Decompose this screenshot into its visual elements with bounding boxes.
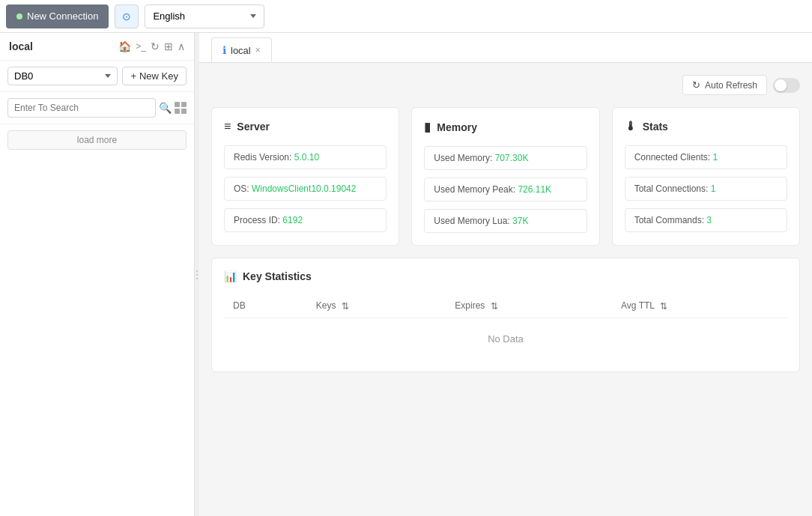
- key-statistics-icon: 📊: [224, 270, 237, 282]
- os-item: OS: WindowsClient10.0.19042: [224, 177, 387, 201]
- stats-icon: 🌡: [625, 120, 637, 133]
- new-key-button[interactable]: + New Key: [122, 67, 187, 85]
- redis-version-value: 5.0.10: [294, 152, 319, 163]
- language-label: English: [153, 10, 246, 22]
- col-db[interactable]: DB: [224, 294, 307, 318]
- connection-status-dot: [16, 13, 22, 19]
- search-bar: 🔍: [0, 92, 194, 124]
- chevron-down-icon: [250, 14, 256, 18]
- globe-button[interactable]: ⊙: [115, 4, 139, 28]
- grid-view-icon[interactable]: ⊞: [164, 40, 173, 52]
- content-body: ↻ Auto Refresh ≡ Server Redis Version:: [199, 63, 812, 516]
- memory-title-label: Memory: [437, 121, 477, 133]
- connected-clients-item: Connected Clients: 1: [625, 145, 787, 169]
- total-commands-label: Total Commands:: [634, 215, 707, 225]
- auto-refresh-toggle[interactable]: [773, 78, 800, 93]
- memory-icon: ▮: [424, 120, 431, 134]
- collapse-icon[interactable]: ∧: [178, 40, 185, 52]
- new-key-label: New Key: [139, 70, 178, 82]
- filter-grid-icon[interactable]: [175, 102, 187, 114]
- terminal-icon[interactable]: >_: [136, 41, 146, 52]
- server-card: ≡ Server Redis Version: 5.0.10 OS: Windo…: [211, 107, 399, 246]
- plus-icon: +: [130, 70, 136, 82]
- memory-card-title: ▮ Memory: [424, 120, 587, 134]
- new-connection-label: New Connection: [27, 10, 98, 22]
- used-memory-label: Used Memory:: [434, 153, 494, 163]
- key-statistics-card: 📊 Key Statistics DB Keys ⇅: [211, 258, 800, 372]
- process-id-value: 6192: [282, 215, 303, 225]
- new-connection-button[interactable]: New Connection: [6, 4, 109, 28]
- used-memory-lua-value: 37K: [512, 216, 528, 226]
- no-data-row: No Data: [224, 318, 787, 359]
- no-data-label: No Data: [224, 318, 787, 359]
- divider-handle: [196, 270, 198, 279]
- key-statistics-table: DB Keys ⇅ Expires ⇅ Avg TTL: [224, 294, 787, 359]
- cards-row: ≡ Server Redis Version: 5.0.10 OS: Windo…: [211, 107, 800, 246]
- top-bar: New Connection ⊙ English: [0, 0, 812, 33]
- redis-version-label: Redis Version:: [234, 152, 294, 163]
- total-connections-label: Total Connections:: [634, 183, 711, 194]
- key-statistics-title: 📊 Key Statistics: [224, 270, 787, 282]
- total-commands-item: Total Commands: 3: [625, 208, 787, 232]
- used-memory-lua-label: Used Memory Lua:: [434, 216, 512, 226]
- sidebar-header: local 🏠 >_ ↻ ⊞ ∧: [0, 33, 194, 61]
- stats-title-label: Stats: [643, 121, 668, 133]
- avg-ttl-sort-icon: ⇅: [660, 301, 667, 312]
- col-avg-ttl[interactable]: Avg TTL ⇅: [612, 294, 787, 318]
- used-memory-peak-value: 726.11K: [518, 184, 551, 195]
- sidebar-actions: 🏠 >_ ↻ ⊞ ∧: [118, 40, 185, 52]
- toggle-knob: [775, 79, 787, 91]
- process-id-label: Process ID:: [234, 215, 282, 225]
- refresh-icon[interactable]: ↻: [151, 40, 160, 52]
- db-selected-value: DB0: [14, 70, 102, 82]
- sidebar-title: local: [9, 40, 33, 52]
- used-memory-lua-item: Used Memory Lua: 37K: [424, 209, 587, 233]
- stats-card-title: 🌡 Stats: [625, 120, 787, 133]
- connected-clients-value: 1: [712, 152, 718, 163]
- sidebar-controls: DB0 + New Key: [0, 61, 194, 92]
- language-selector[interactable]: English: [145, 4, 264, 28]
- load-more-section: load more: [0, 124, 194, 156]
- load-more-button[interactable]: load more: [7, 130, 187, 150]
- os-value: WindowsClient10.0.19042: [252, 183, 356, 194]
- home-icon[interactable]: 🏠: [118, 40, 131, 52]
- stats-card: 🌡 Stats Connected Clients: 1 Total Conne…: [612, 107, 800, 246]
- key-statistics-label: Key Statistics: [243, 270, 312, 282]
- col-keys[interactable]: Keys ⇅: [307, 294, 446, 318]
- table-header-row: DB Keys ⇅ Expires ⇅ Avg TTL: [224, 294, 787, 318]
- total-connections-value: 1: [711, 183, 716, 194]
- auto-refresh-button[interactable]: ↻ Auto Refresh: [682, 75, 767, 95]
- tab-label: local: [231, 45, 251, 56]
- os-label: OS:: [234, 183, 252, 194]
- connected-clients-label: Connected Clients:: [634, 152, 713, 163]
- toolbar-row: ↻ Auto Refresh: [211, 75, 800, 95]
- tab-local[interactable]: ℹ local ×: [211, 37, 272, 62]
- search-icon[interactable]: 🔍: [159, 102, 172, 114]
- sidebar: local 🏠 >_ ↻ ⊞ ∧ DB0 + New Key 🔍: [0, 33, 195, 516]
- expires-sort-icon: ⇅: [491, 301, 498, 312]
- tab-info-icon: ℹ: [222, 44, 226, 56]
- globe-icon: ⊙: [122, 10, 131, 22]
- server-title-label: Server: [237, 121, 270, 133]
- auto-refresh-icon: ↻: [692, 79, 700, 91]
- used-memory-item: Used Memory: 707.30K: [424, 146, 587, 170]
- process-id-item: Process ID: 6192: [224, 208, 387, 232]
- main-layout: local 🏠 >_ ↻ ⊞ ∧ DB0 + New Key 🔍: [0, 33, 812, 516]
- server-card-title: ≡ Server: [224, 120, 387, 133]
- keys-sort-icon: ⇅: [342, 301, 349, 312]
- used-memory-peak-item: Used Memory Peak: 726.11K: [424, 177, 587, 201]
- col-expires[interactable]: Expires ⇅: [446, 294, 612, 318]
- db-selector[interactable]: DB0: [7, 67, 118, 85]
- used-memory-value: 707.30K: [495, 153, 529, 163]
- tabs-bar: ℹ local ×: [199, 33, 812, 63]
- auto-refresh-label: Auto Refresh: [705, 80, 757, 91]
- total-connections-item: Total Connections: 1: [625, 177, 787, 201]
- used-memory-peak-label: Used Memory Peak:: [434, 184, 518, 195]
- search-input[interactable]: [7, 98, 156, 118]
- content-area: ℹ local × ↻ Auto Refresh: [199, 33, 812, 516]
- db-chevron-icon: [105, 74, 111, 78]
- tab-close-icon[interactable]: ×: [255, 46, 261, 55]
- server-icon: ≡: [224, 120, 231, 133]
- total-commands-value: 3: [706, 215, 712, 225]
- redis-version-item: Redis Version: 5.0.10: [224, 145, 387, 169]
